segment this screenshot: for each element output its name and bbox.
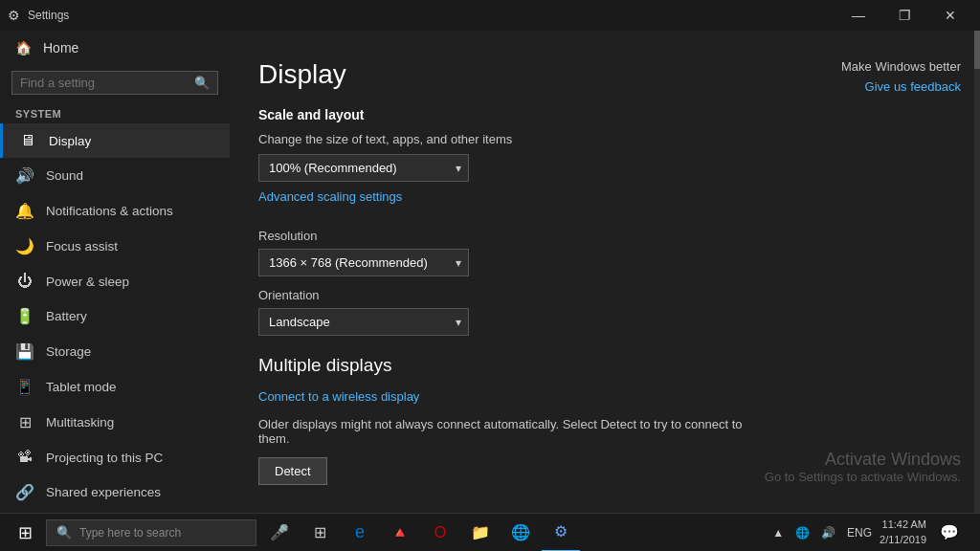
- activate-desc: Go to Settings to activate Windows.: [765, 470, 961, 484]
- sidebar-item-storage[interactable]: 💾 Storage: [0, 334, 230, 369]
- sidebar-label-notifications: Notifications & actions: [46, 204, 173, 218]
- tray-volume-icon[interactable]: 🔊: [817, 526, 839, 540]
- taskbar-search-text: Type here to search: [79, 526, 181, 540]
- taskbar-search-icon: 🔍: [56, 525, 72, 540]
- sidebar-item-projecting[interactable]: 📽 Projecting to this PC: [0, 440, 230, 474]
- home-icon: 🏠: [15, 40, 32, 55]
- window-controls: — ❐ ✕: [836, 0, 972, 31]
- start-button[interactable]: ⊞: [4, 514, 46, 552]
- feedback-link[interactable]: Give us feedback: [865, 79, 961, 94]
- sidebar-label-shared: Shared experiences: [46, 485, 161, 499]
- activate-watermark: Activate Windows Go to Settings to activ…: [765, 450, 961, 484]
- resolution-dropdown-wrapper[interactable]: 1366 × 768 (Recommended) ▾: [258, 249, 469, 276]
- activate-title: Activate Windows: [765, 450, 961, 470]
- sidebar-label-sound: Sound: [46, 168, 83, 183]
- taskbar-edge-icon[interactable]: e: [341, 514, 379, 552]
- close-button[interactable]: ✕: [928, 0, 972, 31]
- multitasking-icon: ⊞: [15, 413, 34, 431]
- resolution-label: Resolution: [258, 229, 942, 243]
- power-icon: ⏻: [15, 273, 34, 290]
- sidebar-item-multitasking[interactable]: ⊞ Multitasking: [0, 405, 230, 440]
- sidebar-label-multitasking: Multitasking: [46, 415, 114, 430]
- sidebar-label-focus: Focus assist: [46, 239, 118, 253]
- taskbar-icons: 🎤 ⊞ e 🔺 O 📁 🌐 ⚙: [260, 514, 580, 552]
- battery-icon: 🔋: [15, 307, 34, 325]
- sidebar-label-battery: Battery: [46, 309, 87, 323]
- advanced-scaling-link[interactable]: Advanced scaling settings: [258, 189, 402, 204]
- detect-button[interactable]: Detect: [258, 457, 327, 485]
- feedback-title: Make Windows better: [841, 59, 961, 74]
- taskbar-date-value: 2/11/2019: [880, 533, 926, 547]
- sidebar-item-shared[interactable]: 🔗 Shared experiences: [0, 474, 230, 510]
- content-area: Make Windows better Give us feedback Dis…: [230, 31, 980, 513]
- page-title: Display: [258, 59, 942, 90]
- tray-expand-icon[interactable]: ▲: [768, 526, 788, 540]
- sidebar-item-display[interactable]: 🖥 Display: [0, 123, 230, 158]
- feedback-panel: Make Windows better Give us feedback: [841, 59, 961, 95]
- orientation-dropdown-wrapper[interactable]: Landscape ▾: [258, 308, 469, 336]
- sidebar-label-power: Power & sleep: [46, 275, 129, 289]
- shared-icon: 🔗: [15, 483, 34, 501]
- scale-section-title: Scale and layout: [258, 107, 942, 122]
- sidebar-item-battery[interactable]: 🔋 Battery: [0, 298, 230, 334]
- taskbar-chrome-icon[interactable]: 🌐: [501, 514, 540, 552]
- display-icon: 🖥: [18, 132, 37, 149]
- titlebar-title: Settings: [28, 9, 836, 22]
- scale-dropdown-wrapper[interactable]: 100% (Recommended) ▾: [258, 154, 469, 182]
- taskbar-search[interactable]: 🔍 Type here to search: [46, 519, 256, 546]
- settings-icon: ⚙: [8, 8, 20, 23]
- sidebar-item-power[interactable]: ⏻ Power & sleep: [0, 264, 230, 298]
- sidebar-item-focus[interactable]: 🌙 Focus assist: [0, 229, 230, 264]
- orientation-label: Orientation: [258, 288, 942, 302]
- storage-icon: 💾: [15, 342, 34, 361]
- app-body: 🏠 Home 🔍 System 🖥 Display 🔊 Sound 🔔 Noti…: [0, 31, 980, 513]
- sidebar: 🏠 Home 🔍 System 🖥 Display 🔊 Sound 🔔 Noti…: [0, 31, 230, 513]
- scrollbar[interactable]: [974, 31, 980, 513]
- taskbar-system-tray: ▲ 🌐 🔊 ENG 11:42 AM 2/11/2019 💬: [768, 514, 976, 552]
- home-label: Home: [43, 40, 78, 55]
- taskbar: ⊞ 🔍 Type here to search 🎤 ⊞ e 🔺 O 📁 🌐 ⚙ …: [0, 513, 980, 551]
- minimize-button[interactable]: —: [836, 0, 880, 31]
- connect-info: Older displays might not always connect …: [258, 417, 756, 446]
- taskbar-cortana-icon[interactable]: 🎤: [260, 514, 299, 552]
- taskbar-opera-icon[interactable]: O: [421, 514, 459, 552]
- search-box[interactable]: 🔍: [11, 71, 218, 95]
- sound-icon: 🔊: [15, 166, 34, 185]
- projecting-icon: 📽: [15, 449, 34, 466]
- sidebar-item-tablet[interactable]: 📱 Tablet mode: [0, 369, 230, 405]
- resolution-dropdown[interactable]: 1366 × 768 (Recommended): [258, 249, 469, 276]
- orientation-dropdown[interactable]: Landscape: [258, 308, 469, 336]
- search-input[interactable]: [20, 76, 194, 90]
- sidebar-item-home[interactable]: 🏠 Home: [0, 31, 230, 65]
- restore-button[interactable]: ❐: [882, 0, 926, 31]
- scroll-thumb[interactable]: [974, 31, 980, 69]
- connect-wireless-link[interactable]: Connect to a wireless display: [258, 389, 419, 404]
- sidebar-item-notifications[interactable]: 🔔 Notifications & actions: [0, 193, 230, 229]
- taskbar-notifications-icon[interactable]: 💬: [930, 514, 969, 552]
- taskbar-vlc-icon[interactable]: 🔺: [381, 514, 419, 552]
- notifications-icon: 🔔: [15, 202, 34, 220]
- sidebar-label-display: Display: [49, 134, 91, 148]
- search-icon: 🔍: [194, 76, 210, 90]
- sidebar-label-storage: Storage: [46, 344, 91, 359]
- multiple-displays-title: Multiple displays: [258, 355, 942, 376]
- tablet-icon: 📱: [15, 378, 34, 396]
- sidebar-label-projecting: Projecting to this PC: [46, 451, 163, 465]
- focus-icon: 🌙: [15, 237, 34, 255]
- scale-dropdown[interactable]: 100% (Recommended): [258, 154, 469, 182]
- taskbar-explorer-icon[interactable]: 📁: [461, 514, 500, 552]
- titlebar: ⚙ Settings — ❐ ✕: [0, 0, 980, 31]
- taskbar-settings-icon[interactable]: ⚙: [542, 514, 580, 552]
- tray-network-icon[interactable]: 🌐: [791, 526, 813, 540]
- taskbar-task-view-icon[interactable]: ⊞: [301, 514, 339, 552]
- sidebar-section-label: System: [0, 102, 230, 123]
- taskbar-time-value: 11:42 AM: [880, 518, 926, 532]
- sidebar-label-tablet: Tablet mode: [46, 380, 117, 394]
- sidebar-item-sound[interactable]: 🔊 Sound: [0, 158, 230, 193]
- tray-language[interactable]: ENG: [843, 526, 876, 540]
- scale-desc: Change the size of text, apps, and other…: [258, 132, 942, 146]
- taskbar-clock[interactable]: 11:42 AM 2/11/2019: [880, 518, 926, 547]
